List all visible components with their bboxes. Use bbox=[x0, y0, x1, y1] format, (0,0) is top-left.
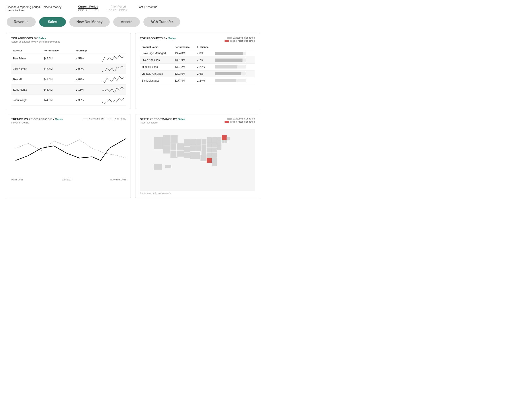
advisor-performance: $46.4M bbox=[42, 85, 74, 95]
product-bar bbox=[215, 79, 246, 82]
legend-exceeded: Exceeded prior period bbox=[227, 37, 255, 39]
advisors-subtitle: Select an advisor to view performance tr… bbox=[11, 40, 60, 43]
advisor-row[interactable]: Ben Mill $47.0M ▲82% bbox=[11, 74, 126, 85]
trends-title: TRENDS VS PRIOR PERIOD BY Sales bbox=[11, 117, 63, 121]
advisors-title-block: TOP ADVISORS BY Sales Select an advisor … bbox=[11, 37, 60, 46]
state-ks bbox=[190, 146, 196, 152]
trends-legend: Current Period Prior Period bbox=[83, 117, 126, 120]
advisors-table: Advisor Performance % Change Ben Jahan $… bbox=[11, 48, 126, 106]
product-row[interactable]: Brokerage Managed $324.8M ▲8% bbox=[140, 50, 255, 57]
prior-line-icon bbox=[108, 119, 113, 119]
product-bar-cell bbox=[213, 77, 255, 84]
advisor-name: Ben Jahan bbox=[11, 53, 42, 64]
filter-sales[interactable]: Sales bbox=[39, 17, 66, 27]
products-title: TOP PRODUCTS BY Sales bbox=[140, 37, 176, 40]
state-or bbox=[163, 135, 171, 146]
products-col-change: % Change bbox=[195, 44, 214, 50]
state-ar bbox=[202, 150, 207, 155]
product-performance: $324.8M bbox=[173, 50, 195, 57]
product-bar-cell bbox=[213, 64, 255, 70]
product-performance: $321.9M bbox=[173, 57, 195, 64]
top-products-card: TOP PRODUCTS BY Sales Exceeded prior per… bbox=[135, 33, 259, 109]
state-mi bbox=[207, 137, 212, 142]
product-change: ▲24% bbox=[195, 77, 214, 84]
state-nv bbox=[163, 146, 171, 154]
trend-legend-current: Current Period bbox=[83, 117, 103, 120]
advisors-col-performance: Performance bbox=[42, 48, 74, 53]
product-name: Bank Managed bbox=[140, 77, 173, 84]
product-row[interactable]: Mutual Funds $307.2M ▲28% bbox=[140, 64, 255, 70]
state-sc bbox=[212, 152, 217, 158]
filter-revenue[interactable]: Revenue bbox=[7, 17, 36, 27]
state-performance-card: STATE PERFORMANCE BY Sales Hover for det… bbox=[135, 114, 259, 198]
product-name: Variable Annuities bbox=[140, 70, 173, 77]
bar-fill bbox=[215, 65, 237, 69]
product-change: ▲28% bbox=[195, 64, 214, 70]
filter-row: Revenue Sales New Net Money Assets ACA T… bbox=[7, 17, 259, 27]
product-name: Mutual Funds bbox=[140, 64, 173, 70]
state-ga bbox=[207, 158, 212, 163]
advisor-performance: $44.8M bbox=[42, 95, 74, 106]
state-header-row: STATE PERFORMANCE BY Sales Hover for det… bbox=[140, 117, 255, 127]
product-row[interactable]: Fixed Annuities $321.9M ▲7% bbox=[140, 57, 255, 64]
advisor-row[interactable]: John Wright $44.8M ▲30% bbox=[11, 95, 126, 106]
state-subtitle: Hover for details bbox=[140, 121, 185, 124]
bar-marker bbox=[246, 65, 246, 69]
state-wa bbox=[171, 135, 178, 143]
product-performance: $277.4M bbox=[173, 77, 195, 84]
advisor-name: Katie Rento bbox=[11, 85, 42, 95]
product-bar-cell bbox=[213, 57, 255, 64]
advisor-performance: $49.6M bbox=[42, 53, 74, 64]
products-header-row: TOP PRODUCTS BY Sales Exceeded prior per… bbox=[140, 37, 255, 42]
filter-assets[interactable]: Assets bbox=[113, 17, 140, 27]
trends-subtitle: Hover for details bbox=[11, 121, 63, 124]
advisor-row[interactable]: Joel Kumar $47.5M ▲90% bbox=[11, 64, 126, 74]
advisor-performance: $47.5M bbox=[42, 64, 74, 74]
header: Choose a reporting period. Select a mone… bbox=[7, 4, 259, 12]
current-period-label: Current Period bbox=[78, 5, 98, 9]
state-nm bbox=[177, 151, 184, 157]
product-row[interactable]: Variable Annuities $293.6M ▲6% bbox=[140, 70, 255, 77]
advisor-name: Ben Mill bbox=[11, 74, 42, 85]
top-advisors-card: TOP ADVISORS BY Sales Select an advisor … bbox=[7, 33, 131, 109]
bar-marker bbox=[246, 58, 246, 62]
advisor-change: ▲58% bbox=[74, 53, 101, 64]
state-pa bbox=[217, 137, 222, 142]
state-va bbox=[217, 142, 222, 146]
state-legend: Exceeded prior period Did not meet prior… bbox=[225, 117, 255, 123]
product-bar bbox=[215, 72, 246, 75]
product-bar-cell bbox=[213, 70, 255, 77]
x-label-july: July 2021 bbox=[62, 178, 71, 181]
advisor-row[interactable]: Ben Jahan $49.6M ▲58% bbox=[11, 53, 126, 64]
bar-track bbox=[215, 58, 246, 62]
state-tx bbox=[190, 152, 200, 159]
state-il bbox=[202, 144, 207, 150]
advisor-change: ▲30% bbox=[74, 95, 101, 106]
prior-period-label: Prior Period bbox=[111, 5, 126, 8]
instruction-text: Choose a reporting period. Select a mone… bbox=[7, 4, 69, 12]
state-id bbox=[171, 143, 177, 151]
product-bar bbox=[215, 65, 246, 69]
state-ak bbox=[154, 164, 162, 170]
filter-new-net-money[interactable]: New Net Money bbox=[69, 17, 110, 27]
state-legend-exceeded-swatch bbox=[227, 118, 232, 120]
state-nj bbox=[222, 140, 225, 143]
current-period[interactable]: Current Period 3/5/2021 - 2/2/2022 bbox=[78, 4, 99, 12]
bar-marker bbox=[246, 51, 246, 55]
products-legend: Exceeded prior period Did not meet prior… bbox=[225, 37, 255, 42]
filter-aca-transfer[interactable]: ACA Transfer bbox=[143, 17, 180, 27]
state-wv bbox=[212, 142, 217, 147]
product-row[interactable]: Bank Managed $277.4M ▲24% bbox=[140, 77, 255, 84]
legend-not-met: Did not meet prior period bbox=[225, 40, 255, 42]
state-legend-not-met: Did not meet prior period bbox=[225, 120, 255, 123]
prior-period[interactable]: Prior Period 5/5/2020 - 2/2/2021 bbox=[108, 4, 129, 11]
us-map[interactable] bbox=[140, 129, 255, 191]
bar-track bbox=[215, 65, 246, 69]
bar-fill bbox=[215, 52, 243, 55]
trend-svg bbox=[11, 129, 126, 177]
product-name: Brokerage Managed bbox=[140, 50, 173, 57]
legend-exceeded-swatch bbox=[227, 37, 232, 39]
product-performance: $293.6M bbox=[173, 70, 195, 77]
advisor-row[interactable]: Katie Rento $46.4M ▲15% bbox=[11, 85, 126, 95]
advisor-performance: $47.0M bbox=[42, 74, 74, 85]
